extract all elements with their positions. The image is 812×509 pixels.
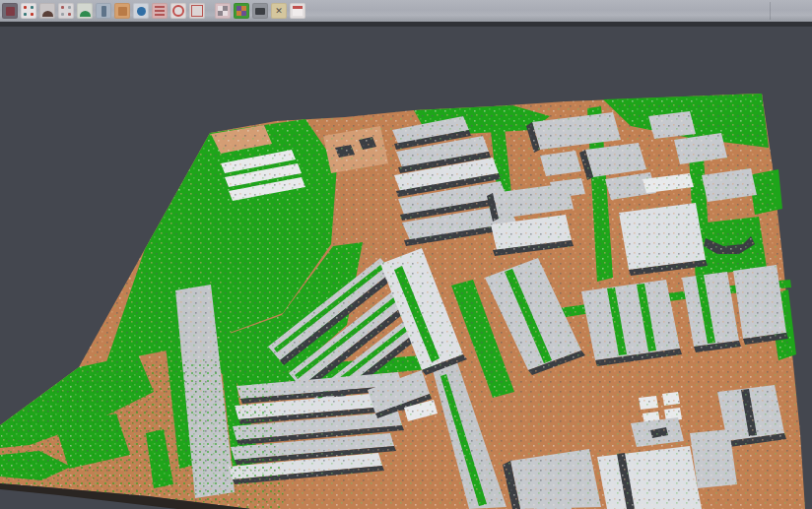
terrain-mound-icon[interactable]: [39, 3, 55, 19]
align-pairs-icon[interactable]: [21, 3, 36, 19]
globe-icon[interactable]: [133, 3, 149, 19]
class-list-icon-glyph: [155, 6, 165, 16]
dem-surface-icon-glyph: [80, 11, 91, 17]
point-cloud-icon[interactable]: [58, 3, 74, 19]
import-mesh-icon[interactable]: [2, 3, 18, 19]
circle-select-icon-glyph: [172, 5, 184, 17]
import-mesh-icon-glyph: [6, 7, 15, 16]
move-transform-icon-glyph: ✕: [275, 7, 283, 16]
extent-select-icon-glyph: [191, 5, 203, 17]
toolbar-overflow-separator: [770, 2, 771, 20]
align-pairs-icon-glyph: [24, 6, 27, 9]
cross-section-icon-glyph: [102, 6, 106, 17]
point-cloud-icon-glyph: [61, 6, 64, 9]
point-cloud-scene[interactable]: [0, 27, 812, 509]
application-window: ✕: [0, 0, 812, 509]
move-transform-icon[interactable]: ✕: [271, 3, 287, 19]
terrain-mound-icon-glyph: [42, 11, 53, 17]
main-toolbar: ✕: [0, 0, 812, 22]
dem-surface-icon[interactable]: [77, 3, 93, 19]
toolbar-group: [0, 3, 205, 19]
cross-section-icon[interactable]: [96, 3, 111, 19]
classification-colors-icon-glyph: [237, 6, 246, 16]
3d-viewport[interactable]: [0, 27, 812, 509]
classification-colors-icon[interactable]: [234, 3, 249, 19]
extent-select-icon[interactable]: [189, 3, 205, 19]
globe-icon-glyph: [137, 7, 146, 16]
camera-capture-icon-glyph: [255, 8, 265, 15]
flag-marker-icon-glyph: [293, 6, 303, 16]
class-list-icon[interactable]: [152, 3, 168, 19]
toolbar-group: ✕: [213, 3, 305, 19]
flag-marker-icon[interactable]: [290, 3, 305, 19]
circle-select-icon[interactable]: [170, 3, 186, 19]
camera-capture-icon[interactable]: [252, 3, 268, 19]
texture-pattern-icon-glyph: [218, 6, 228, 16]
texture-pattern-icon[interactable]: [215, 3, 231, 19]
bounding-box-icon[interactable]: [114, 3, 130, 19]
bounding-box-icon-glyph: [118, 7, 127, 16]
toolbar-bottom-border: [0, 22, 812, 27]
